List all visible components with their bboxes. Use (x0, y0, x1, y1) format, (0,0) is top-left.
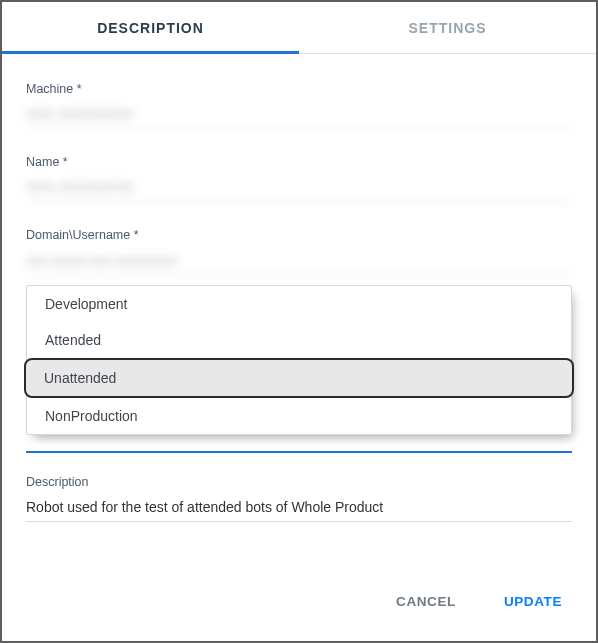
type-field-underline (26, 451, 572, 453)
dropdown-option-nonproduction[interactable]: NonProduction (27, 398, 571, 434)
cancel-button[interactable]: CANCEL (390, 586, 462, 617)
update-button[interactable]: UPDATE (498, 586, 568, 617)
machine-label: Machine * (26, 82, 572, 96)
name-field: Name * XXX-XXXXXXXX (26, 155, 572, 202)
tab-description[interactable]: DESCRIPTION (2, 2, 299, 53)
tab-settings[interactable]: SETTINGS (299, 2, 596, 53)
domain-username-label: Domain\Username * (26, 228, 572, 242)
domain-username-input[interactable]: xxx.xxxxx.xxx.xxxxxxxxx (26, 252, 572, 275)
domain-username-field: Domain\Username * xxx.xxxxx.xxx.xxxxxxxx… (26, 228, 572, 275)
dropdown-option-development[interactable]: Development (27, 286, 571, 322)
type-dropdown[interactable]: Development Attended Unattended NonProdu… (26, 285, 572, 435)
description-label: Description (26, 475, 572, 489)
name-label: Name * (26, 155, 572, 169)
tab-description-label: DESCRIPTION (97, 20, 204, 36)
machine-field: Machine * XXX-XXXXXXXX (26, 82, 572, 129)
dropdown-option-unattended[interactable]: Unattended (24, 358, 574, 398)
description-field: Description Robot used for the test of a… (26, 475, 572, 522)
machine-input[interactable]: XXX-XXXXXXXX (26, 106, 572, 129)
dialog-frame: DESCRIPTION SETTINGS Machine * XXX-XXXXX… (0, 0, 598, 643)
description-input[interactable]: Robot used for the test of attended bots… (26, 499, 572, 522)
dialog-actions: CANCEL UPDATE (2, 586, 596, 641)
name-input[interactable]: XXX-XXXXXXXX (26, 179, 572, 202)
tab-settings-label: SETTINGS (408, 20, 486, 36)
content-area: Machine * XXX-XXXXXXXX Name * XXX-XXXXXX… (2, 54, 596, 586)
tab-bar: DESCRIPTION SETTINGS (2, 2, 596, 54)
dropdown-option-attended[interactable]: Attended (27, 322, 571, 358)
